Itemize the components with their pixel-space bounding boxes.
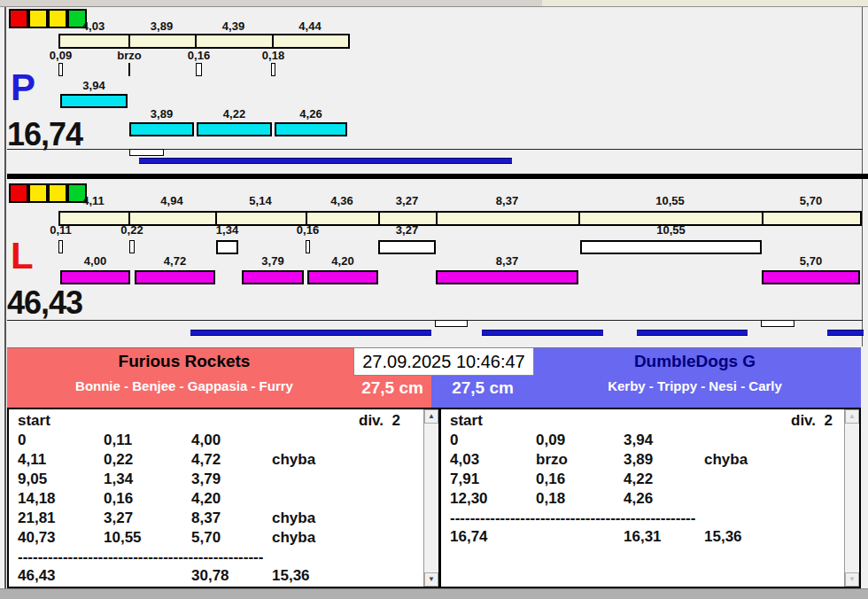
lane-total-time: 16,74 xyxy=(7,119,82,151)
table-cell: 0,11 xyxy=(104,432,132,449)
table-header-division: div. 2 xyxy=(359,412,400,430)
table-cell: 3,27 xyxy=(104,510,133,527)
run-time-label: 4,72 xyxy=(136,254,215,268)
split-time-label: 4,39 xyxy=(194,19,274,33)
tick-time-label: 10,55 xyxy=(632,223,711,237)
table-cell: 3,89 xyxy=(624,451,653,469)
table-cell: 0,22 xyxy=(104,451,133,469)
table-cell: chyba xyxy=(272,529,315,547)
run-time-label: 4,00 xyxy=(56,254,136,268)
team-members-right: Kerby - Trippy - Nesi - Carly xyxy=(540,378,849,393)
run-bar xyxy=(242,270,304,284)
table-divider-dashes: ----------------------------------------… xyxy=(450,512,695,526)
changeover-box xyxy=(580,240,762,254)
scroll-down-button[interactable]: ▼ xyxy=(845,572,859,587)
table-cell: 0,16 xyxy=(536,471,565,488)
result-table-left: startdiv. 200,114,004,110,224,72chyba9,0… xyxy=(7,408,440,588)
table-cell: 1,34 xyxy=(104,471,133,488)
tick-mark xyxy=(306,240,310,253)
table-cell: 8,37 xyxy=(191,510,221,527)
baseline-marker-box xyxy=(435,320,468,327)
table-cell: 15,36 xyxy=(704,528,742,546)
tick-time-label: 0,18 xyxy=(234,49,314,62)
run-time-label: 4,22 xyxy=(195,107,275,121)
table-cell: 16,74 xyxy=(450,528,488,546)
table-cell: 3,94 xyxy=(624,432,653,449)
split-segment xyxy=(436,211,580,226)
table-cell: 7,91 xyxy=(450,471,479,488)
table-cell: 4,26 xyxy=(624,490,653,508)
split-time-label: 3,89 xyxy=(122,19,202,33)
table-cell: 4,03 xyxy=(450,451,479,469)
run-time-label: 3,89 xyxy=(122,107,202,121)
scroll-up-button[interactable]: ▲ xyxy=(424,409,438,424)
table-cell: chyba xyxy=(704,451,748,469)
run-time-label: 3,94 xyxy=(54,79,134,92)
table-cell: chyba xyxy=(272,510,315,527)
table-cell: 4,11 xyxy=(18,451,46,469)
progress-bar xyxy=(190,330,431,336)
run-time-label: 3,79 xyxy=(233,254,313,268)
changeover-box xyxy=(378,240,436,254)
table-cell: 3,79 xyxy=(191,471,221,488)
table-cell: 40,73 xyxy=(18,529,56,547)
tick-mark xyxy=(271,63,275,76)
table-cell: brzo xyxy=(536,451,568,469)
result-table-right: startdiv. 200,093,944,03brzo3,89chyba7,9… xyxy=(439,408,861,588)
split-time-label: 4,94 xyxy=(132,194,212,207)
run-bar xyxy=(129,122,194,136)
run-bar xyxy=(60,94,128,108)
tick-time-label: 0,09 xyxy=(21,49,101,62)
light-yellow-icon xyxy=(28,9,48,28)
top-window-strip-right xyxy=(542,0,868,7)
run-bar xyxy=(275,122,347,136)
light-red-icon xyxy=(9,183,28,203)
table-divider-dashes: ----------------------------------------… xyxy=(18,551,263,565)
panel-separator-bar xyxy=(7,174,868,179)
split-segment xyxy=(272,34,350,49)
changeover-box xyxy=(216,240,238,254)
tick-mark xyxy=(128,63,130,76)
progress-bar xyxy=(637,330,748,336)
table-header-division: div. 2 xyxy=(791,412,833,430)
scroll-down-button[interactable]: ▼ xyxy=(424,572,438,587)
run-bar xyxy=(135,270,215,284)
table-cell: 0 xyxy=(450,432,458,449)
tick-mark xyxy=(58,63,63,76)
table-scrollbar[interactable]: ▲▼ xyxy=(844,409,859,587)
team-height-left: 27,5 cm xyxy=(354,378,430,398)
table-cell: 4,20 xyxy=(191,490,221,508)
baseline-marker-box xyxy=(129,149,164,156)
light-red-icon xyxy=(9,9,28,28)
team-name-left: Furious Rockets xyxy=(14,352,354,371)
table-scrollbar[interactable]: ▲▼ xyxy=(423,409,438,587)
run-time-label: 5,70 xyxy=(771,254,851,268)
table-cell: 5,70 xyxy=(191,529,221,547)
table-header-start: start xyxy=(450,412,483,430)
run-time-label: 8,37 xyxy=(468,254,547,268)
run-bar xyxy=(762,270,860,284)
table-cell: 15,36 xyxy=(272,567,310,585)
scroll-up-button[interactable]: ▲ xyxy=(845,409,859,424)
progress-bar xyxy=(139,158,512,164)
tick-mark xyxy=(58,240,63,253)
table-cell: 21,81 xyxy=(18,510,56,527)
top-window-strip-left xyxy=(0,0,542,7)
table-cell: 0,16 xyxy=(104,490,133,508)
split-segment xyxy=(195,34,274,49)
tick-time-label: 0,22 xyxy=(92,223,172,237)
clock: 27.09.2025 10:46:47 xyxy=(353,347,534,376)
table-cell: chyba xyxy=(272,451,315,469)
lane-letter: P xyxy=(11,69,35,106)
run-bar xyxy=(197,122,272,136)
bottom-window-strip xyxy=(0,588,868,599)
team-height-right: 27,5 cm xyxy=(438,378,527,398)
run-time-label: 4,26 xyxy=(271,107,351,121)
timing-app-window: 4,033,894,394,440,09brzo0,160,18P16,743,… xyxy=(0,0,868,599)
tick-mark xyxy=(129,240,135,253)
table-cell: 12,30 xyxy=(450,490,488,508)
team-name-right: DumbleDogs G xyxy=(540,352,849,371)
split-time-label: 10,55 xyxy=(631,194,710,207)
table-cell: 0 xyxy=(18,432,26,449)
split-time-label: 5,70 xyxy=(771,194,851,207)
